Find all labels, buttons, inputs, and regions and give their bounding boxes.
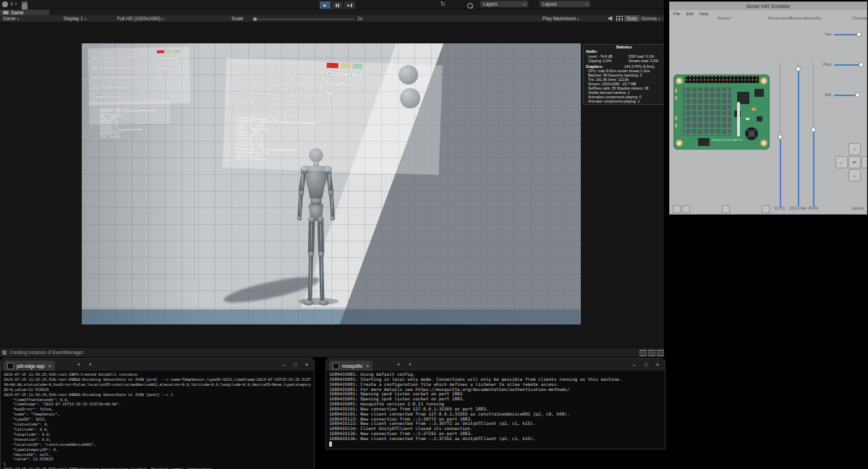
console-icon[interactable] (639, 350, 647, 356)
search-icon[interactable] (467, 3, 473, 9)
tab-dropdown-button[interactable]: ▾ (404, 358, 416, 370)
unity-tab-strip (0, 9, 664, 15)
play-button[interactable]: ▶ (319, 1, 331, 9)
close-tab-icon[interactable]: × (366, 363, 369, 369)
scale-slider-knob[interactable] (253, 17, 257, 21)
host-label: MQTT Connection Host (92, 65, 134, 70)
terminal-tab-mosquitto[interactable]: mosquitto × (329, 361, 373, 371)
close-button[interactable]: × (301, 358, 312, 370)
temperature-slider-handle[interactable] (778, 134, 783, 139)
game-view-menu[interactable]: Game ▾ (3, 16, 19, 21)
terminal-cursor (329, 442, 332, 447)
scale-value: 1x (357, 16, 362, 21)
account-label: L (11, 1, 14, 6)
out-count-value: 0 (158, 86, 160, 90)
up-arrow-icon: ↑ (854, 147, 856, 152)
tab-label: mosquitto (342, 363, 362, 369)
tab-label: pdt-edge-app (17, 363, 45, 369)
resolution-menu[interactable]: Full HD (1920x1080) ▾ (117, 16, 164, 21)
toolbar-icon[interactable] (682, 205, 690, 213)
pitch-label: Pitch (818, 62, 831, 66)
gizmos-dropdown[interactable]: Gizmos ▾ (641, 16, 660, 21)
status-indicator-red (157, 51, 164, 53)
layers-dropdown[interactable]: Layers ▾ (480, 1, 528, 7)
activity-icon[interactable] (657, 350, 664, 356)
maximize-button[interactable]: □ (640, 358, 652, 370)
terminal-output[interactable]: 1689435081: Using default config. 168943… (326, 371, 665, 449)
joystick-up-button[interactable]: ↑ (848, 143, 861, 155)
pitch-slider-track[interactable] (834, 64, 861, 66)
display-menu[interactable]: Display 1 ▾ (64, 16, 86, 21)
new-tab-button[interactable]: + (73, 358, 85, 370)
unity-status-bar: Creating instance of EventManager. (0, 347, 664, 357)
status-indicator-green (353, 64, 363, 69)
refresh-icon[interactable]: ↻ (441, 1, 446, 7)
new-tab-button[interactable]: + (393, 358, 404, 370)
close-tab-icon[interactable]: × (48, 363, 51, 369)
mqtt-panel-small: MQTT Connection Status Connected MQTT Co… (88, 47, 200, 143)
terminal-output[interactable]: 2023-07-15 11:33:25,528:root:INFO:Create… (1, 371, 314, 469)
latest-message-json: { "timeOffsetSeconds": 0.0, "timeStamp":… (227, 113, 320, 167)
chevron-down-icon: ▾ (658, 17, 660, 21)
menu-file[interactable]: File (673, 12, 681, 16)
tab-game-label: Game (11, 10, 24, 15)
pause-button[interactable] (331, 1, 344, 9)
window-title-label: Sense HAT Emulator (746, 4, 790, 9)
temperature-slider-fill (780, 137, 781, 207)
roll-slider-track[interactable] (834, 95, 857, 96)
temperature-slider-track[interactable] (780, 62, 780, 137)
joystick-down-button[interactable]: ↓ (848, 169, 861, 181)
scale-slider-track[interactable] (255, 19, 354, 20)
layout-label: Layout (542, 1, 557, 7)
terminal-tab-pdt[interactable]: pdt-edge-app × (4, 361, 55, 371)
stats-panel: Statistics Audio: Level: -74.8 dB DSP lo… (583, 44, 664, 105)
tab-game[interactable]: Game (0, 9, 49, 15)
humidity-slider-fill (813, 129, 814, 207)
humidity-slider-handle[interactable] (811, 127, 816, 132)
joystick-enter-button[interactable]: ↵ (848, 156, 861, 168)
step-button[interactable]: ▶ (344, 1, 356, 9)
package-icon[interactable] (22, 1, 27, 9)
chevron-down-icon: ▾ (17, 17, 20, 21)
status-indicator-red (327, 63, 339, 69)
status-message[interactable]: Creating instance of EventManager. (9, 350, 84, 355)
humidity-slider-track[interactable] (813, 62, 814, 129)
header-humidity: Humidity (801, 16, 825, 20)
stats-button[interactable]: Stats (624, 15, 639, 22)
yaw-slider-track[interactable] (834, 34, 859, 35)
account-icon[interactable] (2, 1, 8, 7)
toolbar-icon[interactable] (673, 205, 681, 213)
roll-slider-handle[interactable] (855, 92, 860, 98)
toolbar-icon[interactable] (762, 205, 770, 213)
in-count-label: MQTT IN Message Count (93, 74, 138, 79)
yaw-slider-handle[interactable] (856, 32, 861, 37)
stats-audio-header: Audio: (584, 49, 664, 53)
pitch-slider-handle[interactable] (859, 62, 864, 67)
layout-dropdown[interactable]: Layout ▾ (540, 1, 590, 7)
menu-help[interactable]: Help (699, 12, 708, 16)
tab-dropdown-button[interactable]: ▾ (85, 358, 96, 370)
mute-audio-icon[interactable] (608, 16, 613, 21)
status-label: MQTT Connection Status (92, 55, 137, 60)
minimize-button[interactable]: – (278, 358, 289, 370)
status-indicator-green (174, 50, 180, 53)
minimize-button[interactable]: – (629, 358, 640, 370)
account-menu[interactable]: L ▾ (11, 1, 17, 6)
chevron-down-icon: ▾ (585, 2, 587, 7)
close-button[interactable]: × (652, 358, 663, 370)
toolbar-icon[interactable] (722, 205, 730, 213)
chevron-down-icon: ▾ (85, 17, 87, 21)
joystick-left-button[interactable]: ← (835, 156, 848, 168)
pressure-slider-fill (798, 69, 799, 207)
window-title: Sense HAT Emulator (670, 2, 867, 10)
chevron-down-icon: ▾ (162, 17, 164, 21)
menu-edit[interactable]: Edit (686, 12, 694, 16)
play-maximized-dropdown[interactable]: Play Maximized ▾ (542, 16, 579, 21)
sense-hat-board: Raspberry Pi Sense HAT V1.0 (673, 74, 770, 150)
joystick-right-button[interactable]: → (861, 156, 867, 168)
pressure-slider-handle[interactable] (796, 66, 801, 72)
maximize-button[interactable]: □ (289, 358, 301, 370)
inspector-icon[interactable] (648, 350, 655, 356)
mqtt-panel-large: MQTT Connection Status Connected MQTT Co… (221, 58, 443, 206)
terminal-icon (333, 363, 339, 369)
